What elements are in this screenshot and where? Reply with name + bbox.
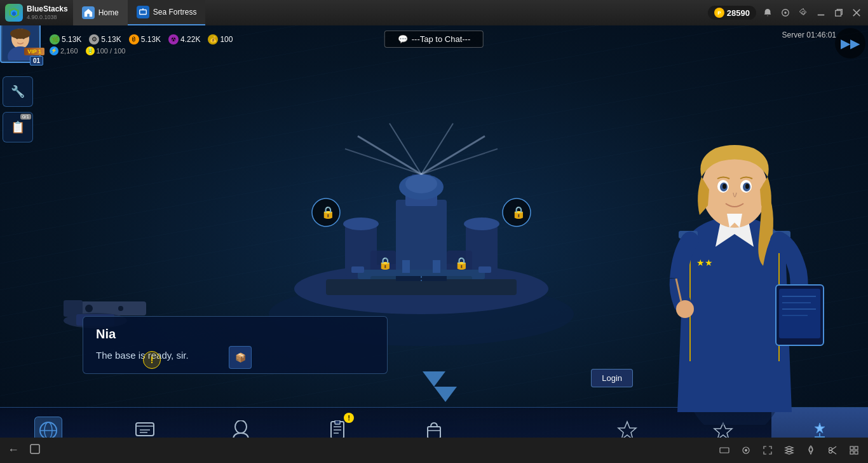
small-items: 📦 [229, 346, 252, 369]
scissors-icon[interactable] [824, 441, 841, 459]
chat-button[interactable]: 💬 ---Tap to Chat--- [384, 31, 484, 48]
nuclear-value: 4.22K [180, 35, 200, 44]
svg-line-26 [390, 123, 421, 174]
taskbar-right [715, 441, 868, 459]
svg-point-16 [10, 29, 31, 39]
taskbar: ← [0, 438, 868, 463]
chat-placeholder: ---Tap to Chat--- [412, 34, 470, 44]
svg-point-71 [745, 184, 749, 189]
steel-value: 5.13K [101, 35, 121, 44]
login-label: Login [602, 373, 622, 383]
svg-point-108 [745, 449, 747, 452]
steel-icon: ⚙ [89, 34, 99, 45]
svg-point-88 [235, 420, 247, 433]
svg-rect-3 [139, 10, 146, 15]
svg-text:🔒: 🔒 [378, 256, 393, 270]
svg-point-79 [676, 300, 694, 318]
quest-exclamation-badge: ! [344, 413, 354, 423]
food-icon: 🌿 [50, 34, 60, 45]
svg-rect-48 [433, 260, 440, 273]
food-value: 5.13K [62, 35, 81, 44]
bluestacks-name: BlueStacks [27, 4, 68, 13]
player-avatar[interactable]: 01 VIP 1 [0, 25, 44, 67]
game-tab-icon [137, 6, 149, 18]
bluestacks-icon [5, 4, 23, 22]
gold-value: 100 [220, 35, 233, 44]
svg-rect-49 [351, 266, 364, 273]
coin-value: 28590 [727, 8, 750, 18]
close-button[interactable] [850, 6, 863, 19]
titlebar-right: P 28590 [708, 6, 868, 20]
svg-rect-116 [850, 451, 853, 454]
tools-button[interactable]: 🔧 [3, 76, 33, 107]
location-icon[interactable] [802, 441, 820, 459]
home-button[interactable] [29, 443, 41, 458]
energy-value: 100 / 100 [97, 47, 126, 55]
speed-button[interactable]: ▶▶ [835, 28, 865, 59]
power-resource: ⚡ 2,160 [50, 46, 78, 55]
svg-line-112 [832, 446, 836, 450]
svg-rect-47 [402, 260, 410, 273]
hud-top: 01 VIP 1 🌿 5.13K ⚙ 5.13K 🛢 5.13K ☢ [0, 25, 868, 64]
expand-icon[interactable] [780, 441, 798, 459]
bell-button[interactable] [761, 6, 774, 19]
quest-notification[interactable]: ! [143, 351, 161, 369]
svg-point-6 [784, 11, 787, 14]
title-bar: BlueStacks 4.90.0.1038 Home Sea Fortress… [0, 0, 868, 25]
left-buttons: 🔧 📋 0/1 [3, 76, 33, 142]
svg-point-23 [405, 174, 437, 193]
restore-button[interactable] [832, 6, 845, 19]
resources-row2: ⚡ 2,160 🔋 100 / 100 [50, 46, 233, 55]
login-button[interactable]: Login [591, 369, 633, 387]
tab-home[interactable]: Home [73, 0, 128, 25]
svg-rect-8 [836, 11, 841, 17]
svg-point-70 [722, 184, 726, 189]
minimize-button[interactable] [815, 6, 827, 19]
settings-button[interactable] [797, 6, 810, 19]
svg-rect-84 [136, 423, 154, 436]
game-area[interactable]: 01 VIP 1 🌿 5.13K ⚙ 5.13K 🛢 5.13K ☢ [0, 25, 868, 463]
task-button[interactable]: 📋 0/1 [3, 112, 33, 142]
svg-rect-100 [720, 448, 729, 453]
task-icon: 📋 [11, 120, 25, 134]
svg-text:🔒: 🔒 [321, 205, 336, 219]
speed-icon: ▶▶ [841, 36, 860, 51]
svg-line-28 [345, 149, 421, 174]
svg-point-56 [118, 306, 123, 311]
svg-rect-114 [850, 446, 853, 450]
resources-bar: 🌿 5.13K ⚙ 5.13K 🛢 5.13K ☢ 4.22K 💰 1 [44, 32, 238, 58]
grid-icon[interactable] [845, 441, 863, 459]
energy-resource: 🔋 100 / 100 [86, 46, 126, 55]
svg-line-27 [421, 123, 453, 174]
svg-rect-115 [855, 446, 858, 450]
svg-line-25 [421, 136, 485, 174]
svg-marker-57 [434, 387, 457, 402]
coin-icon: P [714, 8, 724, 18]
svg-marker-96 [618, 422, 636, 439]
fuel-icon: 🛢 [129, 34, 139, 45]
back-button[interactable]: ← [8, 443, 19, 458]
tab-game[interactable]: Sea Fortress [128, 0, 206, 25]
server-time-value: Server 01:46:01 [782, 31, 836, 39]
home-tab-icon [82, 6, 95, 19]
svg-rect-93 [335, 420, 340, 424]
gold-icon: 💰 [208, 34, 218, 45]
keyboard-icon[interactable] [715, 441, 733, 459]
home-tab-label: Home [98, 8, 119, 17]
nuclear-resource: ☢ 4.22K [168, 34, 200, 45]
svg-rect-94 [428, 427, 440, 438]
svg-point-33 [464, 218, 499, 230]
power-icon: ⚡ [50, 46, 58, 55]
small-item-box[interactable]: 📦 [229, 346, 252, 369]
bluestacks-version: 4.90.0.1038 [27, 14, 68, 21]
bluestacks-text: BlueStacks 4.90.0.1038 [27, 4, 68, 20]
fuel-resource: 🛢 5.13K [129, 34, 161, 45]
stream-button[interactable] [779, 6, 792, 19]
nuclear-icon: ☢ [168, 34, 179, 45]
svg-text:🔒: 🔒 [512, 205, 526, 219]
svg-rect-44 [326, 279, 517, 295]
fullscreen-icon[interactable] [759, 441, 776, 459]
bluestacks-logo: BlueStacks 4.90.0.1038 [0, 4, 73, 22]
gold-resource: 💰 100 [208, 34, 233, 45]
camera-icon[interactable] [737, 441, 755, 459]
